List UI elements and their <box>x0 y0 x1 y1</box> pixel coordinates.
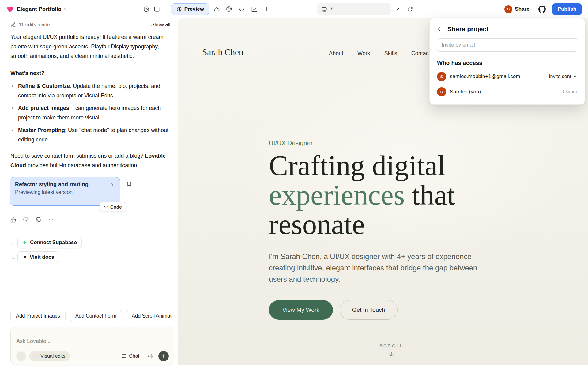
history-icon[interactable] <box>141 4 152 14</box>
nav-contact[interactable]: Contact <box>411 50 430 57</box>
chevron-right-icon <box>110 182 115 187</box>
message-actions-row <box>10 217 173 223</box>
member-row: S Samlee (you) Owner <box>437 87 577 97</box>
attach-plus-icon[interactable] <box>16 351 26 361</box>
chat-input[interactable] <box>16 331 169 351</box>
bookmark-icon[interactable] <box>126 181 132 187</box>
site-logo[interactable]: Sarah Chen <box>202 47 243 57</box>
share-button[interactable]: S Share <box>502 4 532 15</box>
member-row: S samlee.mobbin+1@gmail.com Invite sent <box>437 71 577 82</box>
version-card-title: Refactor styling and routing <box>15 181 89 188</box>
list-item: Master Prompting: Use "chat mode" to pla… <box>10 126 171 145</box>
panel-layout-icon[interactable] <box>152 4 162 14</box>
code-icon <box>104 205 108 209</box>
chevron-down-icon[interactable] <box>63 7 68 12</box>
suggestion-chip-add-contact-form[interactable]: Add Contact Form <box>70 310 122 322</box>
show-all-button[interactable]: Show all <box>148 20 173 29</box>
send-button[interactable] <box>158 351 169 361</box>
device-icon <box>322 6 327 12</box>
preview-button-label: Preview <box>184 6 204 12</box>
invite-status-label: Invite sent <box>549 74 571 79</box>
code-chip-button[interactable]: Code <box>100 202 126 211</box>
member-avatar: S <box>437 72 446 81</box>
who-has-access-heading: Who has access <box>437 60 577 66</box>
user-avatar: S <box>504 5 512 13</box>
get-in-touch-button[interactable]: Get In Touch <box>340 300 398 320</box>
suggestion-chips-row: Add Project Images Add Contact Form Add … <box>10 310 173 322</box>
arrow-down-icon <box>388 351 394 357</box>
url-path: / <box>331 6 332 12</box>
suggestion-chip-add-scroll-animations[interactable]: Add Scroll Animations <box>126 310 173 322</box>
url-bar[interactable]: / <box>317 3 391 15</box>
back-arrow-icon[interactable] <box>437 26 443 32</box>
version-card[interactable]: Refactor styling and routing Previewing … <box>10 177 120 206</box>
connect-supabase-label: Connect Supabase <box>30 239 77 246</box>
whats-next-heading: What's next? <box>10 70 173 77</box>
assistant-intro-text: Your elegant UI/UX portfolio is ready! I… <box>10 32 171 61</box>
edit-pencil-icon <box>10 22 16 27</box>
copy-icon[interactable] <box>36 217 41 223</box>
bullet-dot <box>12 130 13 131</box>
nav-about[interactable]: About <box>329 50 343 57</box>
flex-spacer <box>10 286 173 310</box>
member-name: Samlee (you) <box>450 89 481 95</box>
hero-eyebrow: UI/UX Designer <box>269 140 514 147</box>
bullet-lead: Refine & Customize <box>18 83 70 89</box>
chat-bubble-icon <box>121 354 126 359</box>
list-item: Add project images: I can generate hero … <box>10 104 171 122</box>
visit-docs-row: Visit docs <box>10 251 173 263</box>
scroll-label: SCROLL <box>269 343 514 348</box>
view-my-work-button[interactable]: View My Work <box>269 300 333 320</box>
refresh-icon[interactable] <box>405 4 415 14</box>
chat-mode-button[interactable]: Chat <box>119 352 142 361</box>
visual-edits-button[interactable]: Visual edits <box>29 351 70 361</box>
member-name: samlee.mobbin+1@gmail.com <box>450 73 520 80</box>
analytics-chart-icon[interactable] <box>249 4 259 14</box>
suggestion-chip-add-project-images[interactable]: Add Project Images <box>10 310 66 322</box>
visit-docs-button[interactable]: Visit docs <box>17 251 59 263</box>
list-item: Refine & Customize: Update the name, bio… <box>10 81 171 100</box>
member-avatar: S <box>437 87 446 96</box>
open-external-icon[interactable] <box>393 4 403 14</box>
hero-description: I'm Sarah Chen, a UI/UX designer with 4+… <box>269 251 491 285</box>
thumbs-down-icon[interactable] <box>23 217 29 223</box>
lovable-logo-icon[interactable] <box>6 5 14 13</box>
thumbs-up-icon[interactable] <box>10 217 16 223</box>
project-name: Elegant Portfolio <box>17 6 62 13</box>
supabase-icon <box>22 240 27 245</box>
invite-status-dropdown[interactable]: Invite sent <box>549 74 577 79</box>
nav-work[interactable]: Work <box>357 50 370 57</box>
invite-email-input[interactable] <box>437 38 577 52</box>
edits-summary-row: 11 edits made Show all <box>10 20 173 29</box>
suggestion-bullet-list: Refine & Customize: Update the name, bio… <box>10 81 173 145</box>
publish-button[interactable]: Publish <box>552 3 582 15</box>
palette-icon[interactable] <box>224 4 234 14</box>
audio-waveform-icon[interactable] <box>145 351 155 361</box>
preview-button[interactable]: Preview <box>171 3 209 15</box>
share-project-modal: Share project Who has access S samlee.mo… <box>429 18 585 105</box>
plus-icon[interactable] <box>262 4 272 14</box>
url-bar-group: / <box>317 3 415 15</box>
tree-connector <box>11 239 15 244</box>
chat-composer: Visual edits Chat <box>10 327 173 365</box>
site-nav: About Work Skills Contact <box>329 50 430 57</box>
box-select-icon <box>33 354 38 359</box>
share-modal-title: Share project <box>447 25 488 33</box>
github-icon[interactable] <box>537 4 547 14</box>
connect-supabase-button[interactable]: Connect Supabase <box>17 237 82 248</box>
external-link-icon <box>22 255 27 260</box>
more-options-icon[interactable] <box>48 217 54 223</box>
code-chip-label: Code <box>110 204 122 209</box>
bullet-dot <box>12 85 13 87</box>
cloud-note-pre: Need to save contact form submissions or… <box>10 153 145 159</box>
topbar: Elegant Portfolio Preview / <box>0 0 588 18</box>
bullet-dot <box>12 107 13 109</box>
chevron-down-icon <box>573 74 577 79</box>
visual-edits-label: Visual edits <box>40 353 66 359</box>
nav-skills[interactable]: Skills <box>384 50 397 57</box>
code-icon[interactable] <box>236 4 247 14</box>
share-button-label: Share <box>515 6 529 12</box>
edits-count-label: 11 edits made <box>19 22 50 28</box>
hero-headline: Crafting digital experiences that resona… <box>269 151 511 239</box>
cloud-icon[interactable] <box>211 4 222 14</box>
